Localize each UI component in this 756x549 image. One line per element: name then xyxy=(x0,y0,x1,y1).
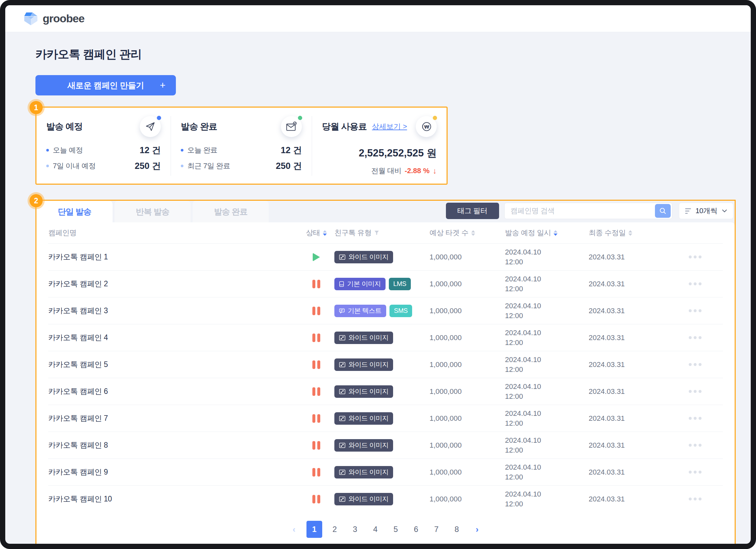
search-button[interactable] xyxy=(655,204,671,218)
pagination-page-2[interactable]: 2 xyxy=(327,521,343,538)
type-badge-wide-image: 와이드 이미지 xyxy=(334,466,393,478)
campaign-name: 카카오톡 캠페인 6 xyxy=(48,386,298,396)
type-badge-wide-image: 와이드 이미지 xyxy=(334,385,393,398)
chat-text-icon xyxy=(339,308,345,313)
tab-send-complete[interactable]: 발송 완료 xyxy=(193,201,269,222)
type-badge-wide-image: 와이드 이미지 xyxy=(334,493,393,505)
groobee-logo[interactable]: groobee xyxy=(24,12,84,26)
target-count: 1,000,000 xyxy=(430,253,505,262)
table-row[interactable]: 카카오톡 캠페인 6 와이드 이미지 1,000,000 2024.04.101… xyxy=(48,378,723,405)
table-row[interactable]: 카카오톡 캠페인 9 와이드 이미지 1,000,000 2024.04.101… xyxy=(48,458,723,485)
row-menu-button[interactable] xyxy=(686,253,704,261)
table-row[interactable]: 카카오톡 캠페인 3 기본 텍스트 SMS 1,000,000 2024.04.… xyxy=(48,297,723,324)
won-coin-icon: ₩ xyxy=(416,116,437,137)
campaign-name: 카카오톡 캠페인 4 xyxy=(48,332,298,343)
campaign-name: 카카오톡 캠페인 8 xyxy=(48,440,298,450)
scheduled-at: 2024.04.1012:00 xyxy=(505,382,589,401)
pagination-page-7[interactable]: 7 xyxy=(429,521,444,538)
expand-image-icon xyxy=(339,469,346,475)
stat-title-usage: 당월 사용료 xyxy=(322,121,367,133)
sort-arrows-icon xyxy=(471,230,475,236)
pagination-page-3[interactable]: 3 xyxy=(347,521,363,538)
pagination-next-icon[interactable]: › xyxy=(469,521,485,538)
pagination-page-4[interactable]: 4 xyxy=(367,521,383,538)
table-row[interactable]: 카카오톡 캠페인 7 와이드 이미지 1,000,000 2024.04.101… xyxy=(48,405,723,432)
status-dot-green xyxy=(298,116,302,120)
expand-image-icon xyxy=(339,442,346,448)
table-row[interactable]: 카카오톡 캠페인 10 와이드 이미지 1,000,000 2024.04.10… xyxy=(48,485,723,512)
col-header-friendtalk-type[interactable]: 친구톡 유형 xyxy=(334,228,430,238)
row-menu-button[interactable] xyxy=(686,387,704,395)
bullet-icon xyxy=(46,149,49,152)
pagination-page-5[interactable]: 5 xyxy=(388,521,404,538)
tag-filter-button[interactable]: 태그 필터 xyxy=(446,203,499,219)
scheduled-at: 2024.04.1012:00 xyxy=(505,328,589,348)
pause-icon xyxy=(312,280,320,288)
scheduled-at: 2024.04.1012:00 xyxy=(505,489,589,509)
tab-single-send[interactable]: 단일 발송 xyxy=(36,201,113,222)
page-title: 카카오톡 캠페인 관리 xyxy=(35,32,751,62)
expand-image-icon xyxy=(339,254,346,260)
target-count: 1,000,000 xyxy=(430,333,505,342)
table-row[interactable]: 카카오톡 캠페인 4 와이드 이미지 1,000,000 2024.04.101… xyxy=(48,324,723,351)
table-row[interactable]: 카카오톡 캠페인 8 와이드 이미지 1,000,000 2024.04.101… xyxy=(48,432,723,458)
pagination-prev-icon[interactable]: ‹ xyxy=(286,521,302,538)
pagination-page-1[interactable]: 1 xyxy=(306,521,322,538)
col-header-scheduled-at[interactable]: 발송 예정 일시 xyxy=(505,228,589,238)
type-badge-basic-image: 기본 이미지 xyxy=(334,278,386,290)
stat-row: 오늘 예정 12 건 xyxy=(46,145,161,156)
row-menu-button[interactable] xyxy=(686,468,704,476)
bullet-icon xyxy=(181,149,183,152)
sort-lines-icon xyxy=(685,208,691,214)
campaign-name: 카카오톡 캠페인 10 xyxy=(48,494,298,504)
target-count: 1,000,000 xyxy=(430,280,505,288)
row-menu-button[interactable] xyxy=(686,306,704,315)
stats-section: 1 발송 예정 xyxy=(35,107,448,185)
last-modified: 2024.03.31 xyxy=(589,495,667,503)
scheduled-at: 2024.04.1012:00 xyxy=(505,462,589,482)
last-modified: 2024.03.31 xyxy=(589,306,667,315)
col-header-last-modified[interactable]: 최종 수정일 xyxy=(589,228,667,238)
row-menu-button[interactable] xyxy=(686,280,704,288)
stat-card-scheduled: 발송 예정 오늘 예정 12 건 xyxy=(36,116,171,176)
table-row[interactable]: 카카오톡 캠페인 2 기본 이미지 LMS 1,000,000 2024.04.… xyxy=(48,270,723,297)
usage-detail-link[interactable]: 상세보기 > xyxy=(372,122,407,132)
sort-arrows-icon xyxy=(554,230,557,236)
table-toolbar: 태그 필터 10개씩 xyxy=(446,203,733,219)
target-count: 1,000,000 xyxy=(430,468,505,476)
row-menu-button[interactable] xyxy=(686,360,704,369)
row-menu-button[interactable] xyxy=(686,441,704,449)
type-badge-sms: SMS xyxy=(389,305,412,317)
target-count: 1,000,000 xyxy=(430,360,505,369)
row-menu-button[interactable] xyxy=(686,495,704,503)
top-bar: groobee xyxy=(5,5,751,32)
new-campaign-button[interactable]: 새로운 캠페인 만들기 + xyxy=(35,75,176,95)
usage-compare-value: -2.88 % xyxy=(405,167,430,175)
col-header-target-count[interactable]: 예상 타겟 수 xyxy=(430,228,505,238)
brand-name: groobee xyxy=(43,12,84,25)
search-input[interactable] xyxy=(505,207,655,215)
last-modified: 2024.03.31 xyxy=(589,333,667,342)
usage-amount: 2,525,252,525 원 xyxy=(322,146,437,160)
stat-label: 최근 7일 완료 xyxy=(187,161,230,171)
row-menu-button[interactable] xyxy=(686,333,704,342)
type-badge-wide-image: 와이드 이미지 xyxy=(334,331,393,344)
search-icon xyxy=(659,207,666,215)
tab-repeat-send[interactable]: 반복 발송 xyxy=(115,201,191,222)
table-row[interactable]: 카카오톡 캠페인 5 와이드 이미지 1,000,000 2024.04.101… xyxy=(48,351,723,378)
pagination-page-8[interactable]: 8 xyxy=(449,521,465,538)
campaign-table-card: 캠페인명 상태 친구톡 유형 예상 타겟 수 xyxy=(36,222,735,549)
status-dot-yellow xyxy=(433,116,437,120)
stat-title-completed: 발송 완료 xyxy=(181,121,217,133)
page-size-dropdown[interactable]: 10개씩 xyxy=(679,203,733,219)
stat-row: 오늘 완료 12 건 xyxy=(181,145,302,156)
search-box xyxy=(504,203,672,219)
target-count: 1,000,000 xyxy=(430,306,505,315)
col-header-status[interactable]: 상태 xyxy=(298,228,334,238)
row-menu-button[interactable] xyxy=(686,414,704,422)
expand-image-icon xyxy=(339,415,346,421)
scheduled-at: 2024.04.1012:00 xyxy=(505,409,589,428)
last-modified: 2024.03.31 xyxy=(589,468,667,476)
pagination-page-6[interactable]: 6 xyxy=(408,521,424,538)
table-row[interactable]: 카카오톡 캠페인 1 와이드 이미지 1,000,000 2024.04.101… xyxy=(48,243,723,270)
